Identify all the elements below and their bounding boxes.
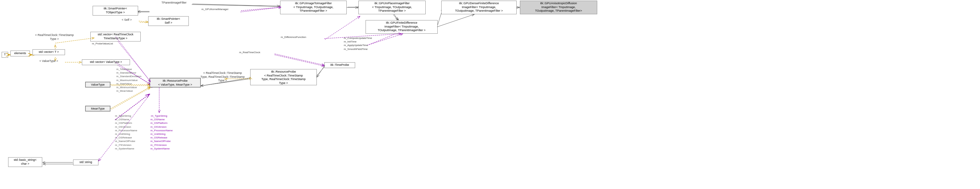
node-std-basic-string: std::basic_string<char > — [8, 157, 42, 167]
node-elements-label: elements — [14, 52, 26, 55]
svg-line-39 — [317, 65, 325, 77]
node-fields-meantype: m_TypeString m_OSName m_OSPlatform m_OSV… — [115, 114, 149, 150]
node-itk-gpu-inplace: itk::GPUInPlaceImageFilter< TInputImage,… — [358, 1, 426, 14]
node-std-vector-rtc: std::vector< RealTimeClockTimeStampType … — [90, 32, 141, 41]
node-fields-computeupdate: m_ComputeUpdateTime m_InitTime m_ApplyUp… — [344, 36, 391, 51]
node-itk-gpu-image-to-image: itk::GPUImageToImageFilter< TInputImage,… — [280, 1, 347, 14]
node-T: T — [2, 52, 8, 58]
node-meantype-label: MeanType — [91, 107, 105, 110]
node-self-angle: < Self > — [114, 18, 140, 24]
label-m-gpukernelmanager: m_GPUKernelManager — [202, 8, 228, 11]
node-itk-gpu-inplace-label: itk::GPUInPlaceImageFilter< TInputImage,… — [372, 2, 412, 12]
node-itk-resourceprobe-vt: itk::ResourceProbe< ValueType, MeanType … — [150, 78, 201, 88]
node-tparentimagefilter-angle: TParentImageFilter — [155, 1, 192, 7]
node-fields-resourceprobe-2: :m_TypeString m_OSName m_OSPlatform m_OS… — [150, 114, 186, 150]
node-std-basic-string-label: std::basic_string<char > — [14, 158, 37, 165]
node-itk-resourceprobe-rtc-label: itk::ResourceProbe< RealTimeClock::TimeS… — [262, 70, 306, 85]
node-itk-gpu-dense-finitediff: itk::GPUDenseFiniteDifferenceImageFilter… — [441, 1, 517, 14]
node-smartpointer-self-label: itk::SmartPointer<Self > — [157, 17, 180, 24]
node-itk-gpu-finitediff: itk::GPUFiniteDifferenceImageFilter< TIn… — [366, 20, 438, 34]
node-std-vector-valuetype: std::vector< ValueType > — [82, 59, 130, 65]
node-itk-resourceprobe-rtc: itk::ResourceProbe< RealTimeClock::TimeS… — [250, 69, 317, 85]
node-smartpointer-self: itk::SmartPointer<Self > — [148, 16, 189, 26]
node-itk-gpu-anisotropic: itk::GPUAnisotropicDiffusionImageFilter<… — [520, 1, 597, 14]
node-itk-gpu-anisotropic-label: itk::GPUAnisotropicDiffusionImageFilter<… — [535, 2, 582, 12]
node-std-string-label: std::string — [79, 161, 92, 164]
node-itk-gpu-dense-finitediff-label: itk::GPUDenseFiniteDifferenceImageFilter… — [455, 2, 503, 12]
node-std-vector-valuetype-label: std::vector< ValueType > — [90, 60, 122, 63]
node-rtc-angle-2: < RealTimeClock::TimeStampType, RealTime… — [195, 71, 250, 84]
node-elements: elements — [10, 50, 30, 57]
label-m-differencefunction: m_DifferenceFunction — [281, 36, 306, 39]
node-valuetype-angle: < ValueType > — [32, 59, 65, 65]
node-std-vector-T-label: std::vector< T > — [39, 50, 59, 54]
svg-line-34 — [192, 4, 280, 6]
arrows-svg-2 — [0, 0, 980, 189]
label-m-probevaluelist: m_ProbeValueList — [92, 42, 113, 45]
diagram-container: T elements std::vector< T > < RealTimeCl… — [0, 0, 980, 189]
node-rtc-ts-angle: < RealTimeClock::TimeStampType > — [31, 33, 78, 43]
node-meantype: MeanType — [85, 106, 110, 112]
node-itk-timeprobe-label: itk::TimeProbe — [331, 63, 349, 66]
label-m-realtimeclock: m_RealTimeClock — [239, 51, 260, 54]
arrows-svg — [0, 0, 980, 189]
svg-line-11 — [240, 7, 282, 12]
node-itk-timeprobe: itk::TimeProbe — [324, 62, 355, 68]
node-fields-resourceprobe: m_TotalValue m_StandardError m_StandardD… — [116, 68, 149, 93]
svg-line-43 — [394, 14, 398, 20]
node-smartpointer-tobj-label: itk::SmartPointer<TObjectType > — [103, 7, 127, 14]
svg-line-14 — [275, 55, 324, 66]
node-T-label: T — [4, 53, 6, 56]
node-itk-resourceprobe-vt-label: itk::ResourceProbe< ValueType, MeanType … — [158, 79, 192, 86]
node-smartpointer-tobj: itk::SmartPointer<TObjectType > — [92, 6, 138, 16]
node-valuetype: ValueType — [85, 82, 110, 88]
node-valuetype-label: ValueType — [91, 83, 105, 86]
svg-line-35 — [241, 7, 281, 11]
svg-line-44 — [437, 14, 474, 27]
node-itk-gpu-image-to-image-label: itk::GPUImageToImageFilter< TInputImage,… — [293, 2, 333, 12]
node-std-string: std::string — [73, 159, 99, 165]
svg-line-10 — [192, 5, 282, 6]
svg-line-38 — [275, 54, 324, 65]
node-itk-gpu-finitediff-label: itk::GPUFiniteDifferenceImageFilter< TIn… — [378, 21, 426, 32]
svg-line-33 — [139, 21, 148, 22]
node-std-vector-T: std::vector< T > — [32, 49, 65, 55]
node-std-vector-rtc-label: std::vector< RealTimeClockTimeStampType … — [98, 33, 134, 40]
